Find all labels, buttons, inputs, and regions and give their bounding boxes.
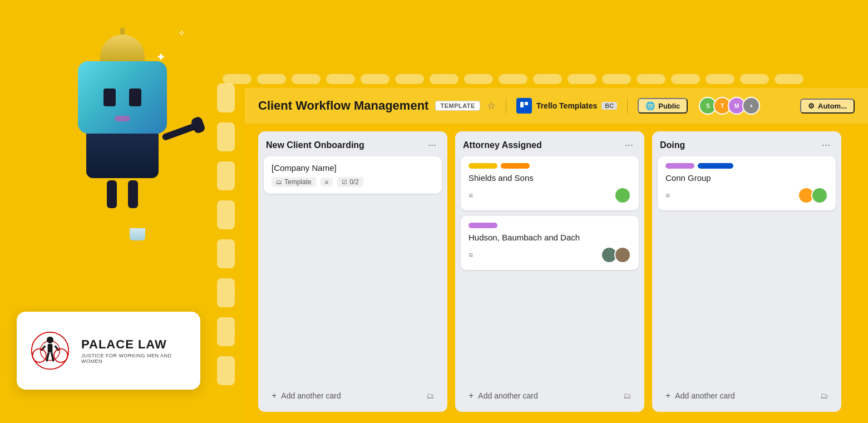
robot-eye-right	[129, 88, 141, 106]
card-labels	[468, 223, 631, 228]
card-company-name[interactable]: [Company Name] 🗂 Template ≡ ☑ 0/2	[264, 156, 442, 194]
plus-icon: +	[468, 391, 474, 401]
label-purple	[468, 223, 497, 228]
trello-icon	[516, 98, 532, 114]
column-header: New Client Onboarding ···	[258, 131, 447, 156]
robot-torso	[86, 134, 159, 178]
description-icon: ≡	[468, 250, 473, 259]
label-orange	[501, 163, 530, 169]
palace-law-card: PALACE LAW JUSTICE FOR WORKING MEN AND W…	[17, 312, 200, 390]
card-labels	[468, 163, 631, 169]
column-title: New Client Onboarding	[266, 140, 364, 150]
svg-rect-11	[525, 102, 528, 105]
column-menu-button[interactable]: ···	[425, 138, 440, 152]
plus-icon: +	[272, 391, 277, 401]
svg-point-9	[54, 349, 68, 363]
palace-text-block: PALACE LAW JUSTICE FOR WORKING MEN AND W…	[81, 337, 189, 364]
columns-container: New Client Onboarding ··· [Company Name]…	[245, 124, 868, 420]
palace-subtitle: JUSTICE FOR WORKING MEN AND WOMEN	[81, 353, 189, 364]
star-icon[interactable]: ☆	[487, 100, 496, 112]
card-avatar	[614, 247, 631, 263]
card-conn-group[interactable]: Conn Group ≡	[658, 156, 836, 210]
card-footer: ≡	[468, 187, 631, 204]
cards-list: [Company Name] 🗂 Template ≡ ☑ 0/2	[258, 156, 447, 381]
card-avatars	[614, 187, 631, 204]
template-icon-small: 🗂	[623, 391, 631, 400]
add-card-label: Add another card	[675, 391, 734, 400]
robot-mouth	[115, 116, 130, 121]
card-avatar	[614, 187, 631, 204]
badge-label: Template	[284, 178, 312, 186]
add-card-label: Add another card	[478, 391, 537, 400]
header-divider	[506, 98, 506, 114]
column-menu-button[interactable]: ···	[622, 138, 637, 152]
label-blue	[698, 163, 733, 169]
palace-logo	[28, 328, 72, 373]
card-avatar	[811, 187, 828, 204]
template-icon: 🗂	[276, 179, 282, 185]
public-button[interactable]: 🌐 Public	[638, 98, 688, 114]
card-hudson-baumbach[interactable]: Hudson, Baumbach and Dach ≡	[461, 216, 639, 270]
label-yellow	[468, 163, 497, 169]
card-footer: ≡	[665, 187, 828, 204]
column-title: Attorney Assigned	[463, 140, 542, 150]
card-meta: 🗂 Template ≡ ☑ 0/2	[272, 177, 434, 187]
svg-rect-10	[520, 102, 524, 107]
description-badge-card: ≡	[320, 178, 333, 186]
cards-list: Shields and Sons ≡ Hudson, Baumbach and …	[455, 156, 644, 381]
svg-point-8	[33, 349, 47, 363]
svg-point-2	[47, 337, 53, 343]
robot-mascot: ✦ ✦ ✧	[33, 28, 211, 262]
header-avatars: S T M +	[699, 97, 760, 115]
workspace-badge: BC	[601, 102, 617, 110]
robot-eye-left	[103, 88, 116, 106]
card-avatars	[798, 187, 828, 204]
add-card-button[interactable]: + Add another card 🗂	[264, 385, 442, 406]
add-card-button[interactable]: + Add another card 🗂	[658, 385, 836, 406]
dashed-strip-top	[211, 71, 868, 87]
workspace-name: Trello Templates	[536, 101, 597, 110]
add-card-button[interactable]: + Add another card 🗂	[461, 385, 639, 406]
plus-icon: +	[665, 391, 670, 401]
label-purple	[665, 163, 694, 169]
robot-body	[72, 61, 172, 208]
column-menu-button[interactable]: ···	[818, 138, 834, 152]
card-avatars	[601, 247, 631, 263]
card-title: Hudson, Baumbach and Dach	[468, 233, 631, 242]
description-icon: ≡	[325, 179, 328, 185]
template-icon-small: 🗂	[820, 391, 828, 400]
card-footer: ≡	[468, 247, 631, 263]
card-title: [Company Name]	[272, 163, 434, 173]
template-badge: TEMPLATE	[435, 101, 480, 111]
card-title: Shields and Sons	[468, 173, 631, 183]
cards-list: Conn Group ≡	[652, 156, 841, 381]
column-new-client-onboarding: New Client Onboarding ··· [Company Name]…	[258, 131, 447, 412]
checklist-icon: ☑	[342, 179, 347, 186]
column-doing: Doing ··· Conn Group ≡	[652, 131, 841, 412]
robot-legs	[72, 180, 172, 208]
description-icon: ≡	[665, 191, 670, 200]
header-divider-2	[627, 98, 628, 114]
svg-rect-3	[48, 344, 53, 353]
template-badge-card: 🗂 Template	[272, 177, 316, 187]
template-icon-small: 🗂	[426, 391, 434, 400]
robot-tissue	[130, 228, 145, 240]
sparkle-icon: ✧	[178, 28, 185, 38]
description-icon: ≡	[468, 191, 473, 200]
automation-button[interactable]: ⚙ Autom...	[800, 99, 855, 114]
palace-title: PALACE LAW	[81, 337, 189, 352]
autom-label: Autom...	[818, 102, 847, 110]
public-label: Public	[658, 102, 680, 110]
robot-leg-right	[128, 180, 138, 208]
checklist-badge-card: ☑ 0/2	[337, 177, 363, 187]
card-shields-and-sons[interactable]: Shields and Sons ≡	[461, 156, 639, 210]
gear-icon: ⚙	[808, 102, 815, 110]
board-area: Client Workflow Management TEMPLATE ☆ Tr…	[245, 88, 868, 423]
board-title: Client Workflow Management	[258, 99, 428, 113]
workspace-info: Trello Templates BC	[516, 98, 617, 114]
board-header: Client Workflow Management TEMPLATE ☆ Tr…	[245, 88, 868, 124]
card-title: Conn Group	[665, 173, 828, 183]
robot-head	[78, 61, 167, 134]
checklist-count: 0/2	[349, 178, 359, 186]
robot-leg-left	[107, 180, 117, 208]
